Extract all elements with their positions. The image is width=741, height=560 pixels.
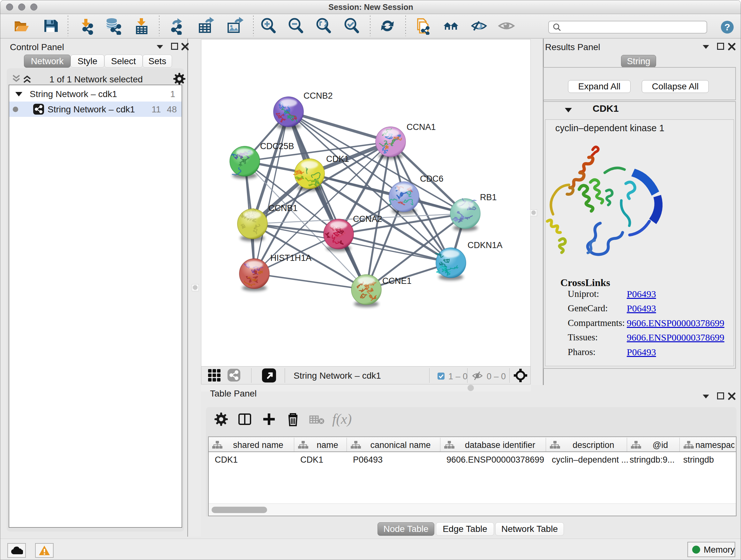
svg-text:CDK1: CDK1 (326, 154, 349, 164)
svg-text:CCNE1: CCNE1 (382, 276, 412, 286)
svg-text:CCNA2: CCNA2 (353, 214, 382, 224)
svg-text:CCNA1: CCNA1 (407, 122, 436, 132)
svg-text:CCNB2: CCNB2 (304, 91, 333, 101)
svg-text:CDC25B: CDC25B (260, 141, 294, 151)
svg-text:CDC6: CDC6 (420, 174, 444, 184)
svg-text:CCNB1: CCNB1 (268, 203, 298, 213)
svg-text:CDKN1A: CDKN1A (468, 240, 502, 250)
svg-text:HIST1H1A: HIST1H1A (270, 253, 312, 263)
svg-text:RB1: RB1 (480, 192, 497, 202)
